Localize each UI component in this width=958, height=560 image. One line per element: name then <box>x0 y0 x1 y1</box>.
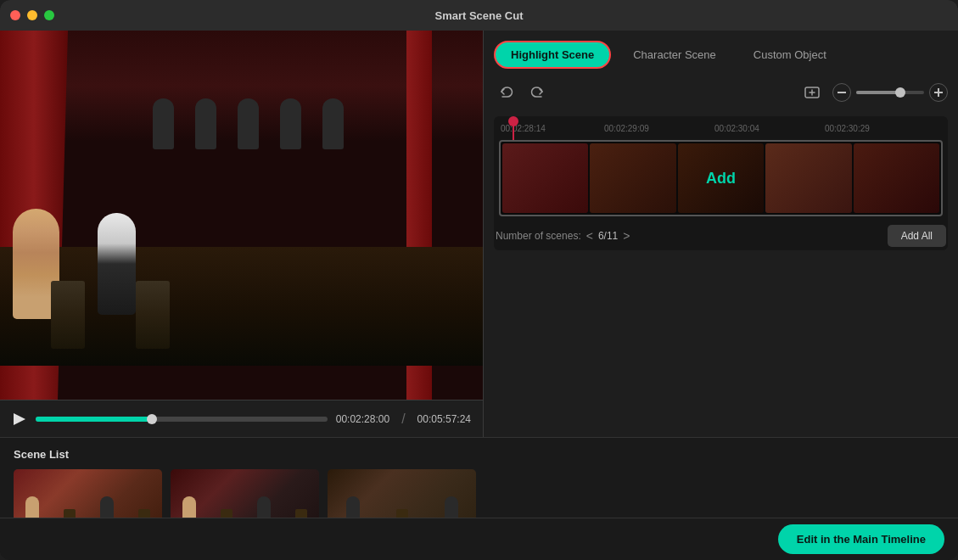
redo-icon <box>530 85 546 100</box>
play-button[interactable] <box>12 412 27 427</box>
frame-3: Add <box>678 143 764 213</box>
progress-thumb[interactable] <box>147 414 157 424</box>
current-time: 00:02:28:00 <box>336 413 389 425</box>
frame-2 <box>590 143 675 213</box>
bottom-bar: Edit in the Main Timeline <box>0 518 958 560</box>
tabs-row: Highlight Scene Character Scene Custom O… <box>494 41 948 69</box>
podium-left <box>51 281 85 349</box>
timeline-toolbar <box>494 77 948 108</box>
timeline-timestamps: 00:02:28:14 00:02:29:09 00:02:30:04 00:0… <box>494 116 948 140</box>
frame-1 <box>502 143 588 213</box>
video-controls: 00:02:28:00 / 00:05:57:24 <box>0 400 483 437</box>
scene-prev-button[interactable]: < <box>586 229 593 243</box>
tab-highlight-scene[interactable]: Highlight Scene <box>494 41 611 69</box>
timeline-area: 00:02:28:14 00:02:29:09 00:02:30:04 00:0… <box>494 116 948 250</box>
timestamp-3: 00:02:30:04 <box>714 124 759 133</box>
window-controls <box>10 10 54 20</box>
add-overlay: Add <box>706 170 736 188</box>
scene-nav: < 6/11 > <box>586 229 630 243</box>
tab-character-scene[interactable]: Character Scene <box>618 42 731 67</box>
undo-button[interactable] <box>494 81 518 104</box>
scene-number: 6/11 <box>598 230 618 242</box>
timeline-frames: Add <box>501 142 941 215</box>
playhead-line <box>513 125 514 140</box>
frame-5 <box>854 143 939 213</box>
zoom-out-button[interactable] <box>832 83 851 102</box>
scene-list-title: Scene List <box>14 448 944 461</box>
main-layout: 00:02:28:00 / 00:05:57:24 Highlight Scen… <box>0 31 958 560</box>
zoom-in-icon <box>934 88 943 97</box>
add-media-button[interactable] <box>800 81 824 104</box>
play-icon <box>14 413 25 425</box>
timestamp-4: 00:02:30:29 <box>825 124 870 133</box>
timestamp-2: 00:02:29:09 <box>604 124 649 133</box>
redo-button[interactable] <box>526 81 550 104</box>
tab-custom-object[interactable]: Custom Object <box>738 42 842 67</box>
app-title: Smart Scene Cut <box>434 9 523 22</box>
zoom-out-icon <box>838 92 846 93</box>
band-person-2 <box>195 98 216 149</box>
undo-icon <box>498 85 513 100</box>
band-person-5 <box>322 98 344 149</box>
title-bar: Smart Scene Cut <box>0 0 958 31</box>
right-panel: Highlight Scene Character Scene Custom O… <box>484 31 958 437</box>
top-section: 00:02:28:00 / 00:05:57:24 Highlight Scen… <box>0 31 958 437</box>
scene-count-label: Number of scenes: <box>496 230 581 242</box>
timeline-strip[interactable]: Add <box>499 140 943 216</box>
timestamp-1: 00:02:28:14 <box>501 124 546 133</box>
person-center <box>98 213 136 315</box>
add-all-button[interactable]: Add All <box>888 225 946 247</box>
band-person-4 <box>280 98 301 149</box>
minimize-button[interactable] <box>27 10 37 20</box>
video-display <box>0 31 483 400</box>
frame-scene-5 <box>854 143 939 213</box>
scene-next-button[interactable]: > <box>623 229 630 243</box>
band-person-3 <box>238 98 259 149</box>
frame-scene-1 <box>502 143 588 213</box>
video-panel: 00:02:28:00 / 00:05:57:24 <box>0 31 484 437</box>
zoom-slider[interactable] <box>856 91 924 94</box>
add-label: Add <box>706 170 736 187</box>
edit-timeline-button[interactable]: Edit in the Main Timeline <box>778 524 944 554</box>
add-media-icon <box>804 84 821 101</box>
maximize-button[interactable] <box>44 10 54 20</box>
progress-fill <box>36 417 152 422</box>
frame-4 <box>765 143 851 213</box>
playhead <box>513 116 514 140</box>
band-person-1 <box>153 98 174 149</box>
video-frame <box>0 31 483 400</box>
close-button[interactable] <box>10 10 20 20</box>
scene-count-row: Number of scenes: < 6/11 > Add All <box>494 221 948 250</box>
time-separator: / <box>401 412 405 427</box>
frame-scene-4 <box>765 143 851 213</box>
zoom-in-button[interactable] <box>929 83 948 102</box>
zoom-slider-fill <box>856 91 900 94</box>
zoom-controls <box>832 83 948 102</box>
band-area <box>153 98 344 149</box>
frame-scene-2 <box>590 143 675 213</box>
zoom-slider-thumb[interactable] <box>895 87 905 98</box>
total-time: 00:05:57:24 <box>417 413 471 425</box>
podium-center <box>136 281 170 349</box>
progress-bar[interactable] <box>36 417 328 422</box>
